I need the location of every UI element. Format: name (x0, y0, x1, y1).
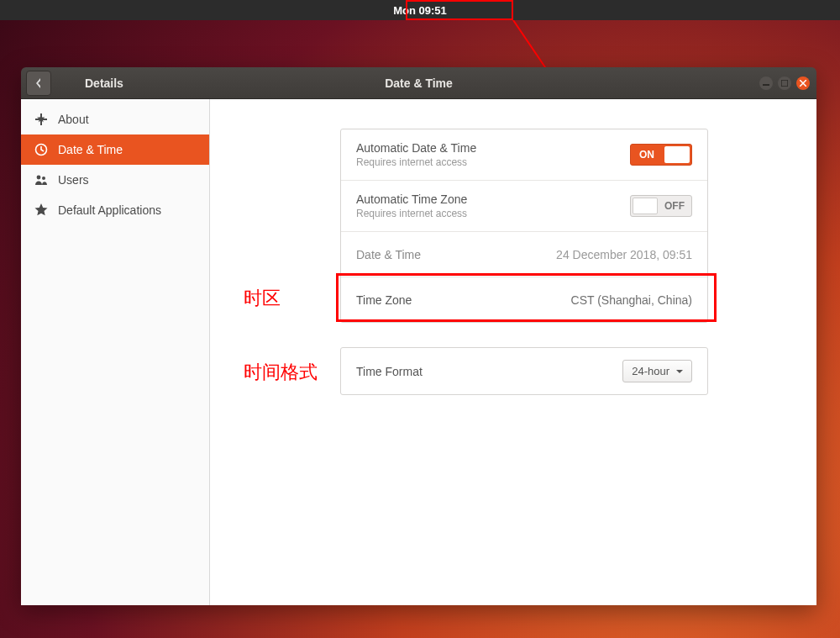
row-datetime[interactable]: Date & Time 24 December 2018, 09:51 (341, 231, 707, 277)
auto-timezone-toggle[interactable]: OFF (630, 195, 692, 217)
datetime-panel: Automatic Date & Time Requires internet … (340, 129, 708, 323)
plus-icon (34, 113, 48, 126)
content-area: Automatic Date & Time Requires internet … (210, 99, 816, 605)
sidebar-item-about[interactable]: About (21, 104, 209, 134)
sidebar: About Date & Time Users Default Applicat… (21, 99, 210, 605)
svg-rect-1 (763, 84, 769, 86)
svg-point-4 (37, 176, 41, 180)
clock-label: Mon 09:51 (393, 4, 447, 17)
annotation-timezone-label: 时区 (244, 286, 281, 311)
svg-rect-2 (781, 80, 788, 87)
row-timezone[interactable]: Time Zone CST (Shanghai, China) (341, 277, 707, 322)
clock-icon (34, 143, 48, 156)
sidebar-item-users[interactable]: Users (21, 165, 209, 195)
sidebar-item-date-time[interactable]: Date & Time (21, 134, 209, 165)
close-button[interactable] (796, 76, 810, 90)
titlebar: Details Date & Time (21, 67, 816, 99)
datetime-value: 24 December 2018, 09:51 (556, 248, 692, 261)
back-button[interactable] (26, 71, 51, 96)
toggle-label: OFF (664, 200, 685, 212)
minimize-button[interactable] (759, 76, 773, 90)
toggle-knob (633, 198, 658, 214)
section-title: Details (85, 76, 123, 90)
sidebar-item-label: Date & Time (58, 143, 123, 156)
row-title: Automatic Time Zone (356, 192, 467, 206)
top-menubar: Mon 09:51 (0, 0, 840, 20)
row-title: Time Format (356, 365, 423, 378)
sidebar-item-label: About (58, 113, 89, 126)
maximize-button[interactable] (778, 76, 791, 90)
row-title: Automatic Date & Time (356, 141, 476, 155)
row-auto-datetime: Automatic Date & Time Requires internet … (341, 129, 707, 180)
timezone-value: CST (Shanghai, China) (571, 293, 692, 307)
settings-window: Details Date & Time About Date & Time Us… (21, 67, 816, 605)
row-title: Time Zone (356, 293, 412, 307)
annotation-format-label: 时间格式 (244, 360, 318, 385)
users-icon (34, 173, 48, 187)
select-value: 24-hour (632, 365, 669, 377)
time-format-select[interactable]: 24-hour (622, 360, 692, 382)
sidebar-item-default-apps[interactable]: Default Applications (21, 195, 209, 225)
row-subtitle: Requires internet access (356, 156, 476, 168)
page-title: Date & Time (385, 76, 453, 90)
toggle-label: ON (639, 149, 654, 161)
chevron-down-icon (676, 368, 683, 375)
row-subtitle: Requires internet access (356, 208, 467, 219)
row-time-format: Time Format 24-hour (341, 348, 707, 394)
row-auto-timezone: Automatic Time Zone Requires internet ac… (341, 180, 707, 231)
toggle-knob (664, 146, 690, 163)
sidebar-item-label: Default Applications (58, 203, 161, 217)
auto-datetime-toggle[interactable]: ON (630, 144, 692, 166)
format-panel: Time Format 24-hour (340, 347, 708, 395)
row-title: Date & Time (356, 248, 421, 261)
svg-point-5 (42, 177, 45, 180)
sidebar-item-label: Users (58, 173, 89, 187)
window-controls (759, 76, 810, 90)
star-icon (34, 203, 48, 217)
